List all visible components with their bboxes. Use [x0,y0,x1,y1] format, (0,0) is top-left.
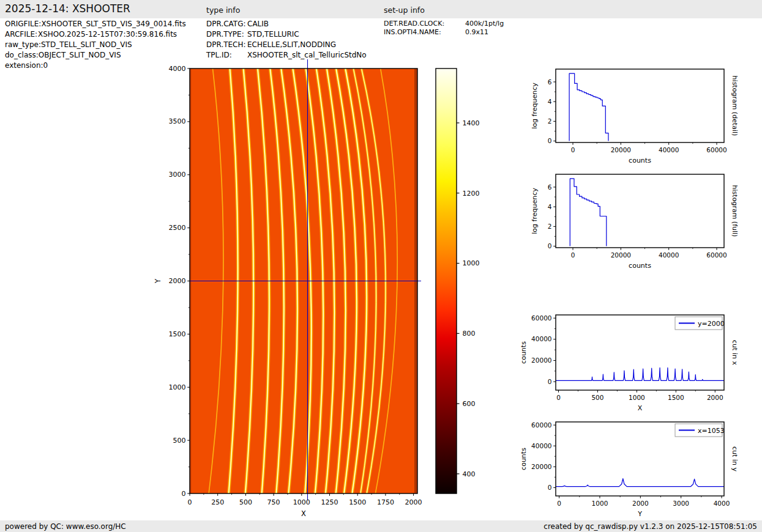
plot-border [556,69,724,142]
qc-report-page: 2025-12-14: XSHOOTER type info set-up in… [0,0,762,532]
y-tick-label: 0 [548,137,552,144]
data-line [556,479,724,487]
hist-full-plot [570,179,607,246]
x-axis-label: X [301,509,306,518]
x-tick-label: 500 [239,498,252,506]
x-axis-label: X [638,404,643,412]
x-tick-label: 0 [571,251,575,259]
data-line [556,368,724,380]
x-tick-label: 0 [571,146,575,153]
x-tick-label: 20000 [611,146,631,153]
x-tick-label: 500 [591,394,603,401]
y-tick-label: 6 [548,183,552,191]
footer-credit-left: powered by QC: www.eso.org/HC [5,522,126,531]
x-tick-label: 2000 [405,498,422,506]
y-tick-label: 1000 [169,383,186,391]
data-line [569,73,608,141]
x-tick-label: 0 [188,498,192,506]
y-tick-label: 40000 [531,335,551,342]
hist_detail-axes: 02000040000600000246countslog frequencyh… [531,69,739,164]
x-tick-label: 20000 [611,251,631,259]
x-tick-label: 1250 [321,498,338,506]
y-tick-label: 20000 [531,463,551,470]
x-tick-label: 4000 [714,500,730,507]
y-tick-label: 3000 [169,171,186,179]
plot-border [556,174,724,248]
y-tick-label: 4 [548,203,552,210]
legend-label: x=1053 [698,427,725,435]
colorbar-tick-label: 1200 [463,190,480,198]
y-tick-label: 500 [173,437,186,445]
x-tick-label: 250 [211,498,224,506]
colorbar-tick-label: 400 [463,470,476,478]
y-tick-label: 2500 [169,224,186,232]
y-axis-label: log frequency [531,83,539,129]
y-tick-label: 2000 [169,277,186,285]
right-side-label: histogram (detail) [731,76,739,136]
x-tick-label: 40000 [659,146,679,153]
colorbar-tick-label: 800 [463,330,476,338]
footer-bar: powered by QC: www.eso.org/HC created by… [0,520,762,532]
y-tick-label: 0 [548,484,552,491]
y-tick-label: 60000 [531,421,551,429]
colorbar-gradient [436,68,457,493]
cut-x-plot: y=2000 [556,317,725,380]
y-axis-label: log frequency [531,188,539,234]
right-side-label: cut in x [731,340,739,365]
y-axis-label: Y [154,278,162,284]
plots-canvas: 0250500750100012501500175020000500100015… [0,0,762,532]
y-tick-label: 0 [182,490,186,498]
legend-label: y=2000 [698,320,725,328]
x-tick-label: 1000 [592,500,608,507]
x-tick-label: 1500 [668,394,684,401]
y-tick-label: 1500 [169,330,186,338]
x-tick-label: 0 [557,500,561,507]
x-axis-label: Y [637,510,642,518]
x-tick-label: 1500 [349,498,366,506]
x-axis-label: counts [629,262,651,270]
colorbar-tick-label: 1400 [463,119,480,127]
colorbar-tick-label: 600 [463,400,476,408]
x-tick-label: 60000 [706,146,727,153]
data-line [570,179,607,246]
y-axis-label: counts [520,341,528,364]
colorbar: 400600800100012001400 [436,68,480,493]
y-tick-label: 20000 [531,357,551,364]
right-side-label: cut in y [731,446,739,471]
y-tick-label: 0 [548,378,552,385]
x-tick-label: 3000 [673,500,689,507]
y-tick-label: 2 [548,223,552,230]
x-axis-label: counts [629,157,651,164]
hist-detail-plot [569,73,608,141]
y-tick-label: 6 [548,78,552,86]
y-tick-label: 40000 [531,442,551,449]
x-tick-label: 40000 [659,251,679,259]
right-side-label: histogram (full) [731,185,739,237]
colorbar-tick-label: 1000 [463,259,480,267]
x-tick-label: 0 [556,394,561,401]
hist_full-axes: 02000040000600000246countslog frequencyh… [531,174,739,270]
y-axis-label: counts [520,448,528,470]
y-tick-label: 60000 [531,314,551,322]
x-tick-label: 2000 [707,394,723,401]
x-tick-label: 1000 [293,498,310,506]
y-tick-label: 4 [548,98,552,105]
y-tick-label: 2 [548,117,552,125]
y-tick-label: 4000 [169,65,186,73]
x-tick-label: 1000 [629,394,645,401]
x-tick-label: 1750 [377,498,394,506]
x-tick-label: 60000 [706,251,727,259]
x-tick-label: 750 [267,498,280,506]
y-tick-label: 0 [548,242,552,249]
footer-credit-right: created by qc_rawdisp.py v1.2.3 on 2025-… [543,522,757,531]
x-tick-label: 2000 [632,500,649,507]
y-tick-label: 3500 [169,117,186,125]
cut-y-plot: x=1053 [556,424,725,487]
raw-image-plot [190,59,421,500]
